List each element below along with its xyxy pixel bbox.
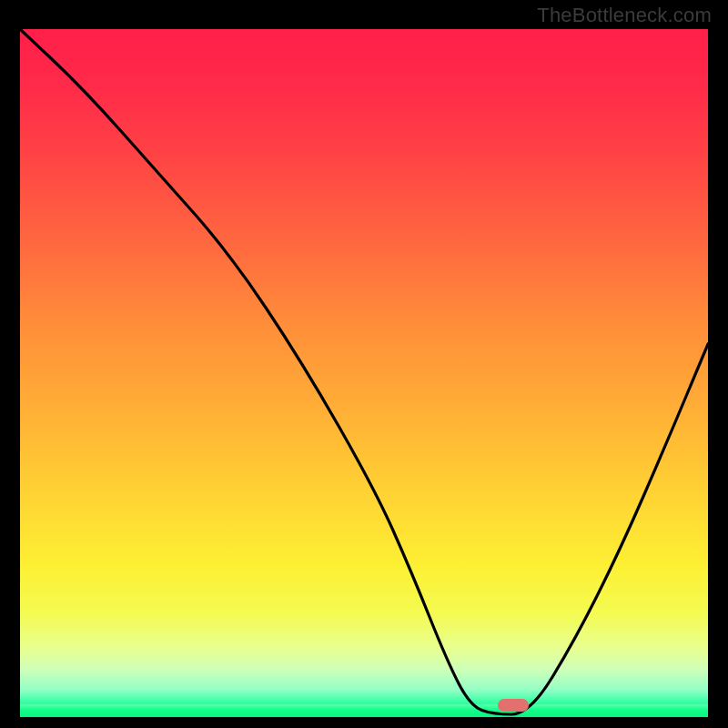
recommended-marker — [498, 699, 529, 712]
chart-frame — [18, 27, 710, 719]
heatmap-background — [20, 29, 708, 717]
optimal-band — [20, 704, 708, 717]
watermark-text: TheBottleneck.com — [537, 4, 712, 27]
